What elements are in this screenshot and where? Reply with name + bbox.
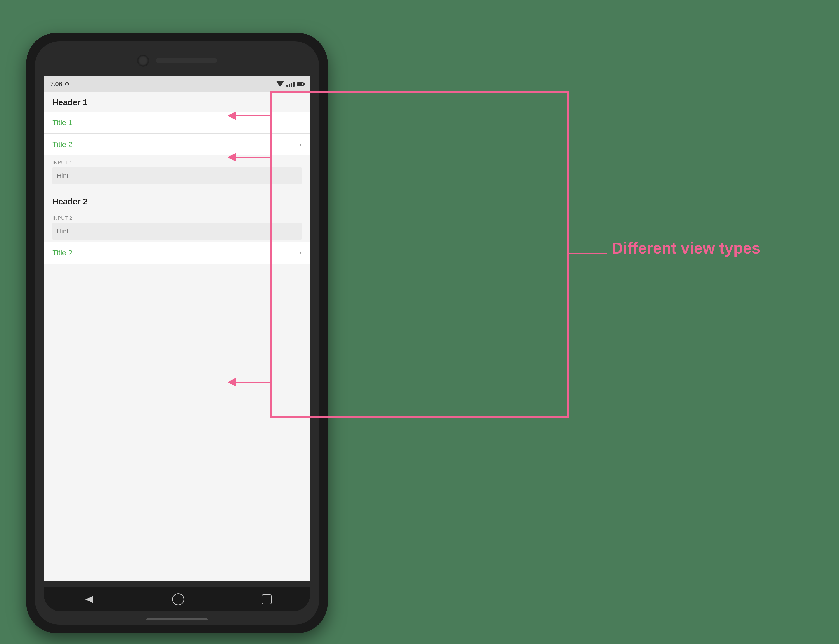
battery-icon	[297, 82, 304, 86]
chevron-right-icon: ›	[299, 141, 301, 148]
wifi-icon	[276, 81, 284, 87]
nav-recents-button[interactable]	[262, 595, 271, 604]
phone-inner: 7:06 ⚙	[35, 41, 319, 624]
title1-item[interactable]: Title 1	[44, 112, 310, 134]
phone-top-bar	[137, 54, 217, 67]
header1-text: Header 1	[53, 98, 87, 107]
phone-screen: 7:06 ⚙	[44, 76, 310, 581]
title2-first-text: Title 2	[53, 140, 72, 149]
nav-back-button[interactable]	[82, 593, 95, 605]
input2-field[interactable]	[53, 223, 301, 240]
nav-home-button[interactable]	[172, 593, 184, 605]
header2-text: Header 2	[53, 197, 87, 206]
input1-field[interactable]	[53, 167, 301, 184]
phone-home-bar	[146, 618, 207, 620]
header2-section: Header 2	[44, 191, 310, 211]
phone-device: 7:06 ⚙	[26, 33, 328, 633]
status-time: 7:06	[50, 80, 62, 87]
title2-second-text: Title 2	[53, 248, 72, 257]
phone-camera	[137, 54, 149, 67]
status-icons	[276, 81, 304, 87]
gear-icon: ⚙	[64, 80, 69, 87]
annotation-label: Different view types	[612, 239, 760, 257]
phone-nav-bar	[44, 587, 310, 611]
title2-second-item[interactable]: Title 2 ›	[44, 242, 310, 264]
title1-text: Title 1	[53, 118, 72, 127]
chevron-right-icon-2: ›	[299, 249, 301, 256]
status-bar: 7:06 ⚙	[44, 76, 310, 92]
separator-1	[44, 187, 310, 191]
svg-marker-0	[85, 596, 93, 603]
signal-bars-icon	[286, 81, 294, 87]
input1-section: INPUT 1	[44, 156, 310, 187]
phone-speaker	[156, 58, 217, 63]
input2-label: INPUT 2	[53, 215, 301, 221]
header1-section: Header 1	[44, 92, 310, 112]
input1-label: INPUT 1	[53, 160, 301, 166]
input2-section: INPUT 2	[44, 211, 310, 242]
title2-first-item[interactable]: Title 2 ›	[44, 134, 310, 156]
content-area: Header 1 Title 1 Title 2 › INPUT 1	[44, 92, 310, 581]
